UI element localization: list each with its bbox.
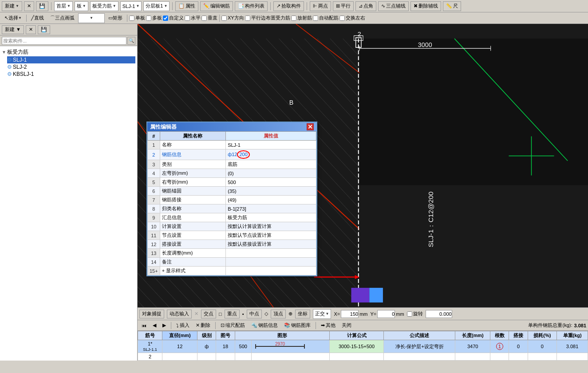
exchange-cb[interactable]: 交换左右 xyxy=(339,15,365,21)
floor-dropdown[interactable]: 首层 ▼ xyxy=(54,1,73,11)
coord-button[interactable]: 坐标 xyxy=(295,310,310,318)
prop-row-name: 右弯折(mm) xyxy=(160,178,225,187)
prop-row-value[interactable]: 按默认节点设置计算 xyxy=(226,231,316,240)
rebar-overlap[interactable]: 0 xyxy=(509,340,528,353)
total-weight-label: 单构件钢筋总重(kg): xyxy=(528,322,572,329)
new-bar: 新建 ▼ ✕ 💾 xyxy=(0,24,137,35)
vertical-cb[interactable]: 垂直 xyxy=(201,15,217,21)
angle-icon: ⊿ xyxy=(359,3,363,9)
close-x-button[interactable]: ✕ xyxy=(24,1,34,11)
parallel-layout-cb[interactable]: 平行边布置受力筋 xyxy=(245,15,290,21)
line-button[interactable]: ╱ 直线 xyxy=(28,14,47,23)
search-button[interactable]: 🔍 xyxy=(127,37,135,45)
tree-item-slj1[interactable]: ⚙ SLJ-1 xyxy=(7,56,135,63)
prop-row-value[interactable] xyxy=(226,267,316,275)
two-point-button[interactable]: ⊩ 两点 xyxy=(310,1,331,11)
xy-dir-cb[interactable]: XY方向 xyxy=(221,15,244,21)
del-aux-button[interactable]: ✖ 删除辅线 xyxy=(410,1,441,11)
prop-editor-close-button[interactable]: ✕ xyxy=(307,123,314,130)
next-button[interactable]: ▶ xyxy=(160,321,168,330)
prop-row-value[interactable]: 按默认计算设置计算 xyxy=(226,222,316,231)
slj1-dropdown[interactable]: SLJ-1 ▼ xyxy=(120,1,142,11)
prop-row-value[interactable]: SLJ-1 xyxy=(226,141,316,149)
select-button[interactable]: ↖ 选择 ▼ xyxy=(2,14,24,23)
three-point-arc-button[interactable]: ∿ 三点辅线 xyxy=(378,1,409,11)
close-bottom-button[interactable]: 关闭 xyxy=(339,321,354,330)
prop-row-value[interactable]: 板受力筋 xyxy=(226,213,316,222)
vertex-button[interactable]: 顶点 xyxy=(271,310,286,318)
rebar-loss[interactable]: 0 xyxy=(528,340,557,353)
radial-cb[interactable]: 放射筋 xyxy=(291,15,312,21)
scale-rebar-button[interactable]: ⊡ 缩尺配筋 xyxy=(218,321,247,330)
angle-button[interactable]: ⊿ 点角 xyxy=(355,1,376,11)
prop-row-value[interactable] xyxy=(226,258,316,267)
property-button[interactable]: 📋 属性 xyxy=(175,1,198,11)
rebar-length[interactable] xyxy=(455,353,490,361)
rebar-diameter[interactable]: 12 xyxy=(162,340,197,353)
rebar-length[interactable]: 3470 xyxy=(455,340,490,353)
new-button[interactable]: 新建 ▼ xyxy=(2,1,22,11)
insert-button[interactable]: ⤵ 插入 xyxy=(174,321,192,330)
prop-row-value[interactable]: ф12200 xyxy=(226,149,316,160)
other-button[interactable]: ➡ 其他 xyxy=(319,321,338,330)
prop-row-value[interactable] xyxy=(226,249,316,258)
intersect-button[interactable]: 交点 xyxy=(201,310,216,318)
single-board-cb[interactable]: 单板 xyxy=(129,15,145,21)
y-input[interactable] xyxy=(377,310,395,318)
search-input[interactable] xyxy=(2,37,126,45)
del-icon: ✖ xyxy=(414,3,418,9)
rebar-loss[interactable] xyxy=(528,353,557,361)
midpoint-button[interactable]: 重点 xyxy=(225,310,240,318)
prop-row-value[interactable]: B-1[273] xyxy=(226,204,316,213)
center-button[interactable]: 中点 xyxy=(247,310,262,318)
rebar-lib-button[interactable]: 📚 钢筋图库 xyxy=(282,321,313,330)
tree-item-slj2[interactable]: ⚙ SLJ-2 xyxy=(7,63,135,71)
ruler-button[interactable]: 📏 尺 xyxy=(443,1,461,11)
auto-rebar-cb[interactable]: 自动配筋 xyxy=(313,15,339,21)
rebar-grade: ф xyxy=(197,340,216,353)
tree-item-kbslj1[interactable]: ⚙ KBSLJ-1 xyxy=(7,71,135,78)
prop-editor-title-bar[interactable]: 属性编辑器 ✕ xyxy=(147,122,316,131)
prop-row-value[interactable]: 按默认搭接设置计算 xyxy=(226,240,316,249)
dynamic-input-button[interactable]: 动态输入 xyxy=(167,310,192,318)
edit-rebar-button[interactable]: ✏️ 编辑钢筋 xyxy=(200,1,233,11)
rect-button[interactable]: ▭ 矩形 xyxy=(106,14,125,23)
prop-row-value[interactable]: (35) xyxy=(226,187,316,196)
x-input[interactable] xyxy=(341,310,359,318)
prop-row-value[interactable]: 500 xyxy=(226,178,316,187)
svg-text:B: B xyxy=(289,98,294,106)
save-small[interactable]: 💾 xyxy=(38,25,50,34)
rebar-diameter[interactable] xyxy=(162,353,197,361)
rebar-info-button[interactable]: 🔩 钢筋信息 xyxy=(249,321,280,330)
delete-button[interactable]: ✕ 删除 xyxy=(193,321,213,330)
custom-cb[interactable]: 自定义 xyxy=(163,15,184,21)
three-arc-button[interactable]: ⌒ 三点画弧 xyxy=(47,14,77,23)
close-x-small[interactable]: ✕ xyxy=(26,25,36,34)
fen-dropdown[interactable]: 分层板1 ▼ xyxy=(143,1,170,11)
pick-button[interactable]: ↗ 拾取构件 xyxy=(273,1,304,11)
multi-board-cb[interactable]: 多板 xyxy=(146,15,162,21)
first-button[interactable]: ⏮ xyxy=(139,321,149,330)
rotate-checkbox[interactable]: 旋转 xyxy=(407,310,423,317)
type-dropdown[interactable]: 板 ▼ xyxy=(75,1,88,11)
prev-button[interactable]: ◀ xyxy=(150,321,158,330)
rotate-input[interactable] xyxy=(426,310,452,318)
coord-type-dropdown[interactable]: 正交 ▼ xyxy=(313,309,331,319)
horizontal-cb[interactable]: 水平 xyxy=(185,15,201,21)
tree-group-slab[interactable]: ▼ 板受力筋 xyxy=(2,48,135,56)
prop-row-value[interactable]: (49) xyxy=(226,196,316,204)
prop-row-name: 类别 xyxy=(160,160,225,169)
prop-row-value[interactable]: (0) xyxy=(226,169,316,178)
rebar-count[interactable]: 1 xyxy=(490,340,509,353)
prop-row-value[interactable]: 底筋 xyxy=(226,160,316,169)
arc-dropdown[interactable]: ▼ xyxy=(78,13,105,23)
parallel-button[interactable]: ⊞ 平行 xyxy=(333,1,354,11)
new-small-button[interactable]: 新建 ▼ xyxy=(2,25,24,34)
total-weight-value: 3.081 xyxy=(574,323,586,328)
rebar-count[interactable] xyxy=(490,353,509,361)
save-button[interactable]: 💾 xyxy=(36,1,48,11)
rebar-overlap[interactable] xyxy=(509,353,528,361)
snap-button[interactable]: 对象捕捉 xyxy=(139,310,164,318)
component-list-button[interactable]: 📑 构件列表 xyxy=(235,1,268,11)
type2-dropdown[interactable]: 板受力筋 ▼ xyxy=(90,1,118,11)
